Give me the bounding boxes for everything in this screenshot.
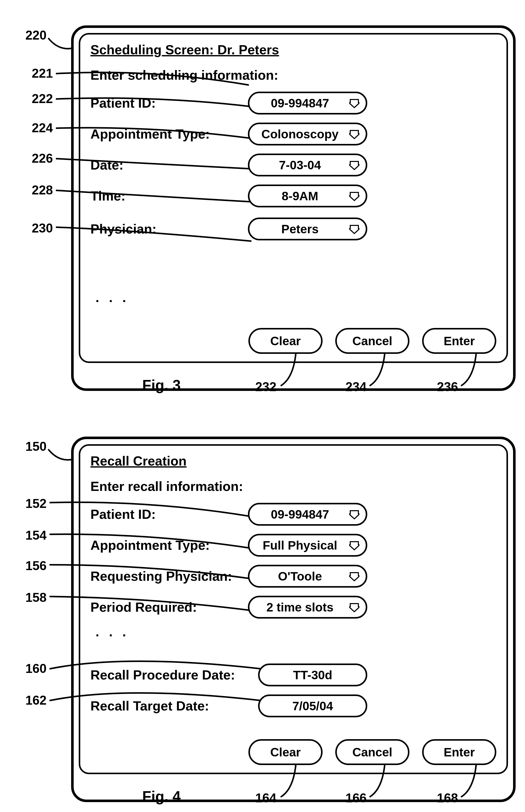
field-recall-procedure-date[interactable]: TT-30d <box>258 663 367 686</box>
value-appointment-type: Full Physical <box>262 538 337 552</box>
ref-156: 156 <box>26 559 46 573</box>
screen-title: Recall Creation <box>90 453 496 469</box>
cancel-button[interactable]: Cancel <box>335 328 409 354</box>
dropdown-period-required[interactable]: 2 time slots <box>248 596 367 619</box>
label-patient-id: Patient ID: <box>90 506 248 522</box>
dropdown-patient-id[interactable]: 09-994847 <box>248 503 367 526</box>
figure-caption: Fig. 4 <box>142 787 181 805</box>
label-appointment-type: Appointment Type: <box>90 537 248 553</box>
value-requesting-physician: O'Toole <box>278 569 322 583</box>
value-patient-id: 09-994847 <box>271 507 329 521</box>
chevron-down-icon <box>349 224 359 234</box>
dropdown-requesting-physician[interactable]: O'Toole <box>248 565 367 588</box>
chevron-down-icon <box>349 191 359 201</box>
enter-button[interactable]: Enter <box>422 739 496 765</box>
row-physician: Physician: Peters <box>90 216 496 241</box>
screen-prompt: Enter recall information: <box>90 479 496 494</box>
row-appointment-type: Appointment Type: Colonoscopy <box>90 121 496 147</box>
clear-button[interactable]: Clear <box>249 739 322 765</box>
ref-232: 232 <box>255 379 276 394</box>
ref-166: 166 <box>345 791 366 806</box>
clear-button[interactable]: Clear <box>249 328 322 354</box>
chevron-down-icon <box>349 129 359 139</box>
field-recall-target-date[interactable]: 7/05/04 <box>258 694 367 717</box>
label-physician: Physician: <box>90 221 248 237</box>
value-patient-id: 09-994847 <box>271 96 329 110</box>
scheduling-screen-panel: Scheduling Screen: Dr. Peters Enter sche… <box>71 26 515 391</box>
label-recall-procedure-date: Recall Procedure Date: <box>90 667 258 683</box>
value-period-required: 2 time slots <box>267 600 333 614</box>
button-row: Clear Cancel Enter <box>249 328 496 354</box>
chevron-down-icon <box>349 540 359 550</box>
label-period-required: Period Required: <box>90 599 248 615</box>
chevron-down-icon <box>349 571 359 581</box>
value-appointment-type: Colonoscopy <box>261 127 339 141</box>
row-time: Time: 8-9AM <box>90 183 496 209</box>
enter-button[interactable]: Enter <box>422 328 496 354</box>
dropdown-time[interactable]: 8-9AM <box>248 185 367 207</box>
chevron-down-icon <box>349 602 359 612</box>
label-requesting-physician: Requesting Physician: <box>90 568 248 584</box>
ref-234: 234 <box>345 379 366 394</box>
dropdown-patient-id[interactable]: 09-994847 <box>248 92 367 114</box>
ref-154: 154 <box>26 528 46 543</box>
ref-224: 224 <box>32 121 53 135</box>
screen-title: Scheduling Screen: Dr. Peters <box>90 42 496 57</box>
ref-236: 236 <box>437 379 458 394</box>
row-requesting-physician: Requesting Physician: O'Toole <box>90 563 496 589</box>
chevron-down-icon <box>349 509 359 519</box>
cancel-button[interactable]: Cancel <box>335 739 409 765</box>
value-date: 7-03-04 <box>279 158 321 172</box>
ref-222: 222 <box>32 91 53 106</box>
dropdown-appointment-type[interactable]: Colonoscopy <box>248 123 367 145</box>
row-patient-id: Patient ID: 09-994847 <box>90 90 496 116</box>
value-recall-procedure-date: TT-30d <box>293 668 332 682</box>
dropdown-date[interactable]: 7-03-04 <box>248 154 367 176</box>
row-recall-target-date: Recall Target Date: 7/05/04 <box>90 693 496 719</box>
value-recall-target-date: 7/05/04 <box>292 699 333 713</box>
label-patient-id: Patient ID: <box>90 95 248 111</box>
row-period-required: Period Required: 2 time slots <box>90 594 496 620</box>
panel-inner: Scheduling Screen: Dr. Peters Enter sche… <box>79 33 508 363</box>
ellipsis: . . . <box>95 290 496 305</box>
chevron-down-icon <box>349 98 359 108</box>
ref-230: 230 <box>32 221 53 236</box>
recall-creation-panel: Recall Creation Enter recall information… <box>71 437 515 802</box>
ref-150: 150 <box>26 439 46 454</box>
dropdown-appointment-type[interactable]: Full Physical <box>248 534 367 557</box>
row-recall-procedure-date: Recall Procedure Date: TT-30d <box>90 662 496 688</box>
ref-160: 160 <box>26 661 46 676</box>
label-appointment-type: Appointment Type: <box>90 126 248 142</box>
row-appointment-type: Appointment Type: Full Physical <box>90 532 496 558</box>
ref-168: 168 <box>437 791 458 806</box>
screen-prompt: Enter scheduling information: <box>90 67 496 83</box>
value-time: 8-9AM <box>282 189 318 203</box>
value-physician: Peters <box>282 222 319 236</box>
ref-162: 162 <box>26 693 46 708</box>
ellipsis: . . . <box>95 624 496 639</box>
row-date: Date: 7-03-04 <box>90 152 496 178</box>
ref-152: 152 <box>26 496 46 511</box>
figure-caption: Fig. 3 <box>142 376 181 393</box>
chevron-down-icon <box>349 160 359 170</box>
label-recall-target-date: Recall Target Date: <box>90 698 258 714</box>
ref-226: 226 <box>32 151 53 166</box>
label-date: Date: <box>90 157 248 173</box>
ref-228: 228 <box>32 183 53 198</box>
button-row: Clear Cancel Enter <box>249 739 496 765</box>
dropdown-physician[interactable]: Peters <box>248 218 367 240</box>
panel-inner: Recall Creation Enter recall information… <box>79 444 508 774</box>
ref-221: 221 <box>32 66 53 81</box>
ref-158: 158 <box>26 590 46 605</box>
ref-220: 220 <box>26 28 46 43</box>
ref-164: 164 <box>255 791 276 806</box>
row-patient-id: Patient ID: 09-994847 <box>90 502 496 527</box>
label-time: Time: <box>90 188 248 204</box>
